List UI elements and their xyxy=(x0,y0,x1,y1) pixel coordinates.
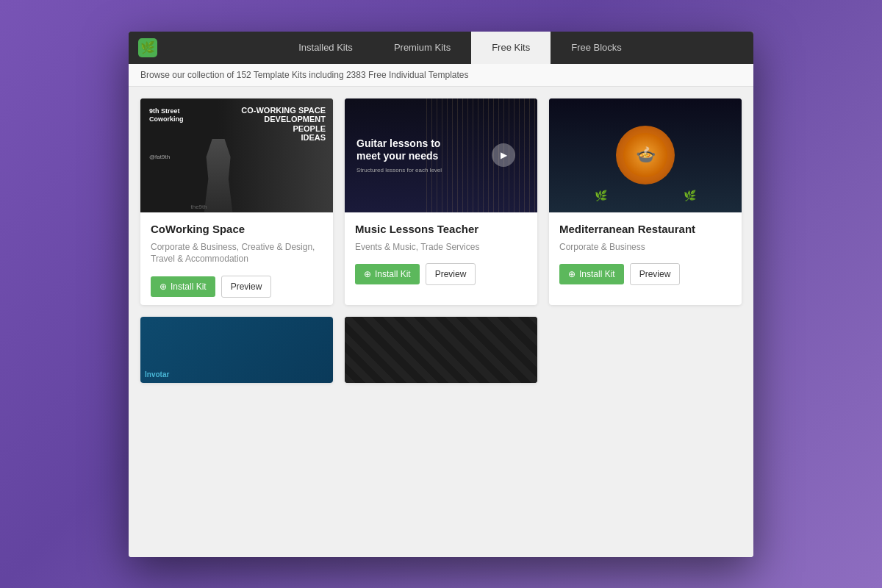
nav-bar: 🌿 Installed Kits Premium Kits Free Kits … xyxy=(129,32,753,64)
kit-thumbnail-music: Guitar lessons to meet your needs Struct… xyxy=(345,98,537,212)
kit-name-mediterranean: Mediterranean Restaurant xyxy=(559,223,731,235)
kits-grid: 9th StreetCoworking @fat9th CO-WORKING S… xyxy=(140,98,742,384)
kit-categories-mediterranean: Corporate & Business xyxy=(559,241,731,254)
music-headline: Guitar lessons to meet your needs xyxy=(356,137,459,162)
music-subline: Structured lessons for each level xyxy=(356,166,459,173)
coworking-handle: @fat9th xyxy=(149,154,184,160)
kit-info-music: Music Lessons Teacher Events & Music, Tr… xyxy=(345,212,537,293)
preview-mediterranean-button[interactable]: Preview xyxy=(630,263,681,285)
leaf-decorations: 🌿 🌿 xyxy=(556,190,734,201)
logo-icon: 🌿 xyxy=(138,38,157,57)
tab-installed-kits[interactable]: Installed Kits xyxy=(278,32,373,64)
kit-thumbnail-partial-1: Invotar xyxy=(140,317,333,383)
kit-name-coworking: CoWorking Space xyxy=(151,223,323,235)
leaf-left: 🌿 xyxy=(595,190,607,201)
app-window: 🌿 Installed Kits Premium Kits Free Kits … xyxy=(129,32,753,557)
kit-categories-music: Events & Music, Trade Services xyxy=(355,241,527,254)
plus-icon: ⊕ xyxy=(568,269,576,279)
soup-emoji: 🍲 xyxy=(636,146,656,165)
kit-categories-coworking: Corporate & Business, Creative & Design,… xyxy=(151,241,323,266)
soup-inner: 🍲 xyxy=(623,133,667,177)
kit-thumbnail-partial-2 xyxy=(345,317,537,383)
plus-icon: ⊕ xyxy=(364,269,371,279)
partial-kit-label-1: Invotar xyxy=(145,370,169,379)
play-button-icon[interactable]: ▶ xyxy=(492,143,515,167)
install-kit-mediterranean-button[interactable]: ⊕ Install Kit xyxy=(559,264,624,284)
coworking-street-name: 9th StreetCoworking xyxy=(149,107,184,124)
kit-card-mediterranean: 🍲 🌿 🌿 Mediterranean Restaurant Corporate… xyxy=(549,98,742,306)
tab-free-blocks[interactable]: Free Blocks xyxy=(551,32,642,64)
kit-actions-music: ⊕ Install Kit Preview xyxy=(355,263,527,285)
tab-free-kits[interactable]: Free Kits xyxy=(471,32,551,64)
kit-card-partial-1: Invotar xyxy=(140,317,333,383)
music-text: Guitar lessons to meet your needs Struct… xyxy=(356,137,459,173)
kit-info-mediterranean: Mediterranean Restaurant Corporate & Bus… xyxy=(549,212,742,293)
plus-icon: ⊕ xyxy=(159,282,167,292)
kit-thumbnail-coworking: 9th StreetCoworking @fat9th CO-WORKING S… xyxy=(140,98,333,212)
leaf-right: 🌿 xyxy=(684,190,696,201)
kit-thumbnail-mediterranean: 🍲 🌿 🌿 xyxy=(549,98,742,212)
coworking-left-content: 9th StreetCoworking @fat9th xyxy=(149,107,184,160)
kit-name-music: Music Lessons Teacher xyxy=(355,223,527,235)
kit-card-music: Guitar lessons to meet your needs Struct… xyxy=(345,98,537,306)
content-area: 9th StreetCoworking @fat9th CO-WORKING S… xyxy=(129,87,753,557)
preview-music-button[interactable]: Preview xyxy=(426,263,476,285)
logo-badge: the9th xyxy=(189,201,209,212)
coworking-big-text: CO-WORKING SPACEDEVELOPMENTPEOPLEIDEAS xyxy=(241,106,326,143)
preview-coworking-button[interactable]: Preview xyxy=(221,276,272,298)
kit-card-coworking: 9th StreetCoworking @fat9th CO-WORKING S… xyxy=(140,98,333,306)
soup-bowl-image: 🍲 xyxy=(616,126,675,184)
partial-pattern xyxy=(345,317,537,383)
nav-tabs: Installed Kits Premium Kits Free Kits Fr… xyxy=(167,32,753,64)
tab-premium-kits[interactable]: Premium Kits xyxy=(373,32,471,64)
browse-bar: Browse our collection of 152 Template Ki… xyxy=(129,64,753,87)
logo-box: 🌿 xyxy=(129,32,167,64)
install-kit-coworking-button[interactable]: ⊕ Install Kit xyxy=(151,276,215,297)
kit-actions-mediterranean: ⊕ Install Kit Preview xyxy=(559,263,731,285)
kit-actions-coworking: ⊕ Install Kit Preview xyxy=(151,276,323,298)
install-kit-music-button[interactable]: ⊕ Install Kit xyxy=(355,264,420,284)
kit-card-partial-2 xyxy=(345,317,537,383)
kit-info-coworking: CoWorking Space Corporate & Business, Cr… xyxy=(140,212,333,306)
